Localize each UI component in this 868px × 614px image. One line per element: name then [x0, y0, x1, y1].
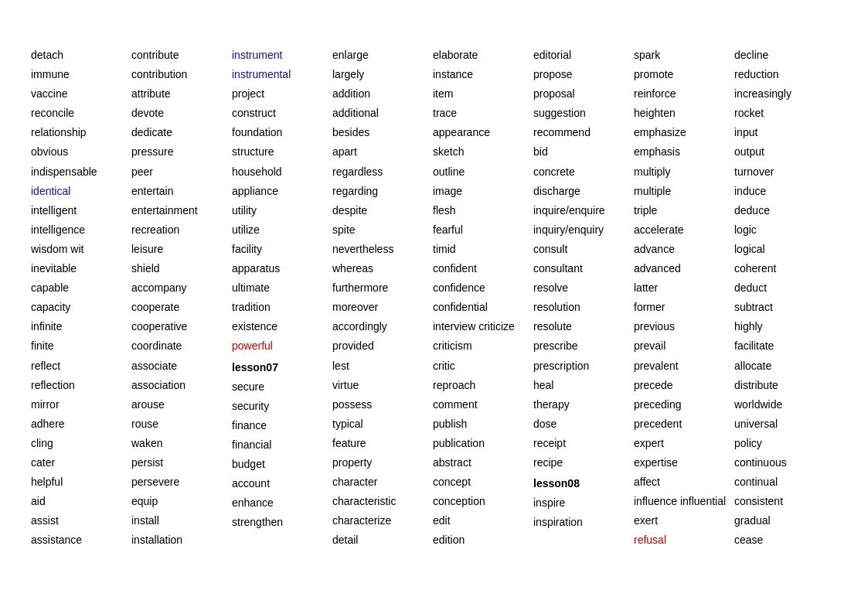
word-item: association: [131, 377, 232, 394]
word-item: appliance: [232, 182, 332, 200]
word-item: previous: [634, 318, 734, 336]
word-item: prescription: [533, 357, 634, 375]
column-6: editorialproposeproposalsuggestionrecomm…: [533, 46, 634, 549]
word-item: timid: [433, 240, 533, 258]
word-item: intelligent: [31, 202, 131, 220]
word-item: relationship: [31, 124, 131, 142]
word-item: distribute: [734, 377, 835, 394]
word-item: coherent: [734, 260, 835, 278]
word-item: reproach: [433, 377, 533, 394]
word-item: vaccine: [31, 85, 131, 103]
word-item: associate: [131, 357, 232, 375]
word-item: inquire/enquire: [533, 202, 634, 220]
word-item: precedent: [634, 415, 734, 433]
word-item: despite: [332, 202, 433, 220]
word-item: bid: [533, 143, 634, 161]
word-item: persevere: [131, 473, 232, 491]
word-item: deduce: [734, 202, 835, 220]
word-item: possess: [332, 396, 433, 414]
word-item: logic: [734, 221, 835, 239]
word-item: influence influential: [634, 493, 734, 510]
word-item: heal: [533, 377, 634, 394]
word-item: affect: [634, 473, 734, 491]
word-item: concrete: [533, 163, 634, 181]
word-item: confidence: [433, 279, 533, 297]
word-item: dedicate: [131, 124, 232, 142]
word-item: coordinate: [131, 337, 232, 355]
word-item: inevitable: [31, 260, 131, 278]
word-item: additional: [332, 104, 433, 122]
word-item: household: [232, 163, 332, 181]
word-item: latter: [634, 279, 734, 297]
word-item: structure: [232, 143, 332, 161]
word-item: spite: [332, 221, 433, 239]
word-item: gradual: [734, 512, 835, 530]
word-item: assistance: [31, 531, 131, 549]
word-item: consult: [533, 240, 634, 258]
word-item: finance: [232, 417, 332, 435]
word-item: image: [433, 182, 533, 200]
word-item: prevalent: [634, 357, 734, 375]
word-item: aid: [31, 493, 131, 510]
word-item: increasingly: [734, 85, 835, 103]
word-item: emphasize: [634, 124, 734, 142]
word-item: universal: [734, 415, 835, 433]
word-item: characterize: [332, 512, 433, 530]
word-item: shield: [131, 260, 232, 278]
word-item: conception: [433, 493, 533, 510]
column-1: detachimmunevaccinereconcilerelationship…: [31, 46, 131, 549]
word-item: entertainment: [131, 202, 232, 220]
word-item: propose: [533, 66, 634, 84]
word-item: provided: [332, 337, 433, 355]
word-item: detail: [332, 531, 433, 549]
word-item: resolve: [533, 279, 634, 297]
word-item: secure: [232, 378, 332, 396]
word-item: attribute: [131, 85, 232, 103]
word-item: mirror: [31, 396, 131, 414]
word-item: accompany: [131, 279, 232, 297]
word-item: exert: [634, 512, 734, 530]
word-item: therapy: [533, 396, 634, 414]
word-item: virtue: [332, 377, 433, 394]
word-item: prevail: [634, 337, 734, 355]
word-item: devote: [131, 104, 232, 122]
word-item: contribution: [131, 66, 232, 84]
word-item: equip: [131, 493, 232, 510]
column-2: contributecontributionattributedevoteded…: [131, 46, 232, 549]
word-item: rouse: [131, 415, 232, 433]
word-item: fearful: [433, 221, 533, 239]
word-item: criticism: [433, 337, 533, 355]
word-item: reinforce: [634, 85, 734, 103]
word-item: emphasis: [634, 143, 734, 161]
word-item: elaborate: [433, 46, 533, 64]
word-item: instrument: [232, 46, 332, 64]
column-7: sparkpromotereinforceheightenemphasizeem…: [634, 46, 734, 549]
word-item: advanced: [634, 260, 734, 278]
word-item: preceding: [634, 396, 734, 414]
word-item: proposal: [533, 85, 634, 103]
word-item: strengthen: [232, 513, 332, 531]
word-item: worldwide: [734, 396, 835, 414]
word-item: rocket: [734, 104, 835, 122]
word-item: decline: [734, 46, 835, 64]
word-item: confident: [433, 260, 533, 278]
word-item: tradition: [232, 298, 332, 316]
word-item: pressure: [131, 143, 232, 161]
word-item: subtract: [734, 298, 835, 316]
word-item: existence: [232, 318, 332, 336]
word-item: regarding: [332, 182, 433, 200]
word-item: concept: [433, 473, 533, 491]
word-item: promote: [634, 66, 734, 84]
word-item: typical: [332, 415, 433, 433]
word-item: spark: [634, 46, 734, 64]
word-item: dose: [533, 415, 634, 433]
word-item: recreation: [131, 221, 232, 239]
word-item: induce: [734, 182, 835, 200]
word-item: abstract: [433, 454, 533, 472]
word-item: install: [131, 512, 232, 530]
word-item: installation: [131, 531, 232, 549]
word-item: addition: [332, 85, 433, 103]
word-item: regardless: [332, 163, 433, 181]
word-item: continuous: [734, 454, 835, 472]
word-item: project: [232, 85, 332, 103]
